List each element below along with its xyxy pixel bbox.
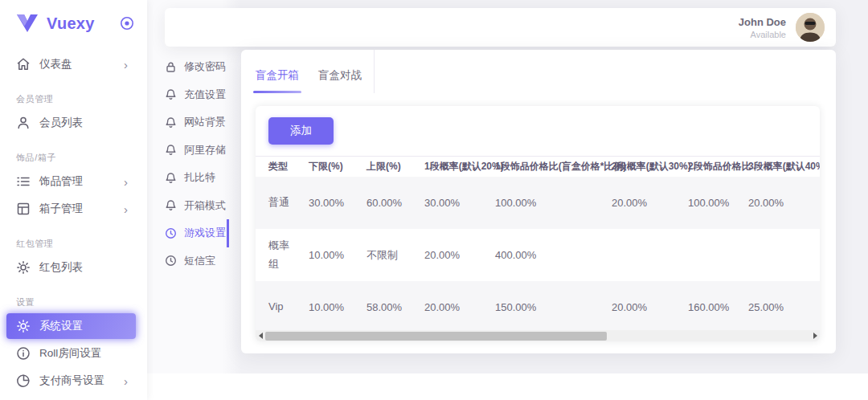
- table-cell: 60.00%: [354, 177, 411, 229]
- settings-item-change-password[interactable]: 修改密码: [165, 53, 229, 81]
- column-header: 下限(%): [296, 157, 354, 177]
- scrollbar-track[interactable]: [265, 330, 810, 341]
- table-cell: [735, 229, 820, 281]
- vuexy-logo-icon: [16, 14, 39, 33]
- sidebar-item-roll-room-settings[interactable]: Roll房间设置: [6, 341, 136, 366]
- table-row: 普通 30.00% 60.00% 30.00% 100.00% 20.00% 1…: [256, 177, 820, 229]
- top-header: John Doe Available: [165, 8, 836, 47]
- column-header: 3段概率(默认40%): [735, 157, 820, 177]
- brand-header: Vuexy: [0, 0, 147, 47]
- column-header: 类型: [256, 157, 296, 177]
- app-root: Vuexy 仪表盘 › 会员管理: [0, 0, 868, 400]
- table-viewport: 类型 下限(%) 上限(%) 1段概率(默认20%) 1段饰品价格比(盲盒价格*…: [256, 156, 820, 333]
- table-cell: 400.00%: [482, 229, 599, 281]
- tab-blindbox-open[interactable]: 盲盒开箱: [256, 68, 299, 93]
- sidebar-item-ornament-management[interactable]: 饰品管理 ›: [6, 169, 136, 194]
- nav-section-header: 饰品/箱子: [16, 152, 147, 164]
- brand-name: Vuexy: [47, 14, 120, 33]
- bell-icon: [165, 88, 177, 100]
- toolbar: 添加: [256, 106, 820, 156]
- settings-item-label: 网站背景: [184, 115, 226, 129]
- settings-item-label: 游戏设置: [184, 226, 226, 240]
- nav-section-header: 设置: [16, 296, 147, 308]
- table-cell: 100.00%: [675, 177, 735, 229]
- table-cell: [675, 229, 735, 281]
- user-status: Available: [739, 30, 786, 39]
- table-panel: 添加 类型 下限(%) 上限(%) 1段概率(默认20%): [256, 106, 820, 341]
- table-cell: 20.00%: [411, 229, 482, 281]
- table-cell: 58.00%: [354, 281, 411, 333]
- table-cell: 20.00%: [599, 177, 675, 229]
- pie-chart-icon: [16, 373, 31, 388]
- sidebar-item-label: 饰品管理: [39, 174, 124, 189]
- nav-section-header: 会员管理: [16, 93, 147, 105]
- user-avatar[interactable]: [796, 13, 825, 42]
- list-icon: [16, 174, 31, 189]
- settings-item-sms-bao[interactable]: 短信宝: [165, 247, 229, 276]
- table-cell: 30.00%: [411, 177, 482, 229]
- table-cell: 160.00%: [675, 281, 735, 333]
- sidebar-item-label: 仪表盘: [39, 57, 124, 71]
- chevron-right-icon: ›: [124, 176, 128, 188]
- bell-icon: [165, 116, 177, 129]
- sidebar-item-label: 支付商号设置: [39, 373, 124, 388]
- probability-table: 类型 下限(%) 上限(%) 1段概率(默认20%) 1段饰品价格比(盲盒价格*…: [256, 157, 820, 333]
- settings-item-label: 开箱模式: [184, 198, 226, 213]
- table-cell: 普通: [256, 177, 296, 229]
- sidebar-item-system-settings[interactable]: 系统设置: [6, 313, 136, 339]
- clock-icon: [165, 227, 177, 239]
- horizontal-scrollbar: [256, 330, 820, 341]
- table-header-row: 类型 下限(%) 上限(%) 1段概率(默认20%) 1段饰品价格比(盲盒价格*…: [256, 157, 820, 177]
- sidebar-item-label: 箱子管理: [39, 202, 124, 216]
- chevron-right-icon: ›: [124, 203, 128, 215]
- settings-item-label: 扎比特: [184, 170, 215, 185]
- sidebar-item-payment-merchant-settings[interactable]: 支付商号设置 ›: [6, 368, 136, 394]
- bell-icon: [165, 172, 177, 184]
- nav-section-header: 红包管理: [16, 238, 147, 250]
- table-cell: Vip: [256, 281, 296, 333]
- settings-item-ali-storage[interactable]: 阿里存储: [165, 137, 229, 165]
- table-cell: 25.00%: [735, 281, 820, 333]
- sidebar-item-label: 红包列表: [39, 260, 128, 275]
- tab-bar: 盲盒开箱 盲盒对战: [241, 50, 836, 93]
- settings-item-label: 短信宝: [184, 254, 215, 268]
- column-header: 上限(%): [354, 157, 411, 177]
- sidebar-nav: 仪表盘 › 会员管理 会员列表 饰品/箱子: [0, 47, 147, 400]
- tab-blindbox-battle[interactable]: 盲盒对战: [318, 68, 362, 93]
- settings-item-unbox-mode[interactable]: 开箱模式: [165, 192, 229, 220]
- settings-item-label: 充值设置: [184, 88, 226, 102]
- table-cell: 10.00%: [296, 229, 354, 281]
- settings-item-game-settings[interactable]: 游戏设置: [165, 219, 229, 247]
- scroll-left-icon[interactable]: [256, 330, 265, 341]
- lock-icon: [165, 61, 177, 73]
- table-cell: [599, 229, 675, 281]
- sidebar-item-label: 会员列表: [39, 116, 128, 130]
- chevron-right-icon: ›: [124, 375, 128, 387]
- user-icon: [16, 116, 31, 130]
- table-row: 概率组 10.00% 不限制 20.00% 400.00%: [256, 229, 820, 281]
- sidebar-item-dashboard[interactable]: 仪表盘 ›: [6, 51, 136, 77]
- table-cell: 20.00%: [735, 177, 820, 229]
- settings-item-recharge-settings[interactable]: 充值设置: [165, 81, 229, 109]
- sidebar-item-member-list[interactable]: 会员列表: [6, 110, 136, 136]
- info-circle-icon: [16, 346, 31, 361]
- add-button[interactable]: 添加: [268, 117, 334, 145]
- content-card: 盲盒开箱 盲盒对战 添加 类型 下限(%): [241, 50, 836, 353]
- gear-icon: [16, 260, 31, 275]
- scrollbar-thumb[interactable]: [265, 332, 607, 341]
- table-cell: 20.00%: [411, 281, 482, 333]
- user-name: John Doe: [739, 16, 786, 28]
- column-header: 1段饰品价格比(盲盒价格*比例): [482, 157, 599, 177]
- radio-circle-icon[interactable]: [120, 16, 134, 31]
- bell-icon: [165, 199, 177, 211]
- sidebar-item-box-management[interactable]: 箱子管理 ›: [6, 196, 136, 222]
- settings-nav: 修改密码 充值设置 网站背景 阿里存储: [165, 53, 229, 275]
- layout-box-icon: [16, 202, 31, 216]
- chevron-right-icon: ›: [124, 59, 128, 71]
- home-icon: [16, 57, 31, 71]
- settings-item-site-background[interactable]: 网站背景: [165, 108, 229, 137]
- settings-item-zhabite[interactable]: 扎比特: [165, 164, 229, 192]
- scroll-right-icon[interactable]: [810, 330, 820, 341]
- sidebar-item-redpacket-list[interactable]: 红包列表: [6, 255, 136, 280]
- gear-icon: [16, 319, 31, 333]
